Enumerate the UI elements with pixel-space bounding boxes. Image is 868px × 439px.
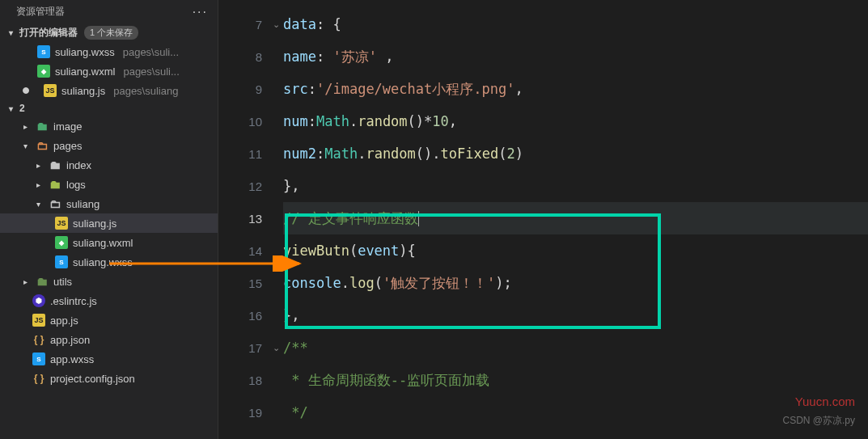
fold-icon[interactable]: ⌄ bbox=[273, 343, 280, 353]
line-number: 14 bbox=[248, 244, 262, 258]
code-line: /** bbox=[283, 331, 868, 364]
code-area[interactable]: data: { name: '苏凉' , src:'/image/wechat小… bbox=[283, 0, 868, 439]
tree-item-suliang-wxss[interactable]: S suliang.wxss bbox=[0, 252, 218, 272]
more-icon[interactable]: ··· bbox=[193, 7, 208, 17]
line-number: 18 bbox=[248, 374, 262, 387]
code-line: num:Math.random()*10, bbox=[283, 105, 868, 137]
file-label: app.json bbox=[50, 334, 90, 346]
code-line: // 定义事件响应函数 bbox=[283, 202, 868, 234]
wxml-icon: ◆ bbox=[37, 65, 50, 78]
folder-label: image bbox=[53, 120, 82, 133]
file-label: project.config.json bbox=[50, 373, 135, 385]
modified-dot-icon bbox=[23, 87, 29, 94]
file-path: pages\suliang bbox=[113, 85, 178, 97]
code-line: */ bbox=[283, 396, 868, 428]
tree-item-utils[interactable]: ▸ 🖿 utils bbox=[0, 272, 218, 291]
code-line: src:'/image/wechat小程序.png', bbox=[283, 73, 868, 105]
chevron-right-icon: ▸ bbox=[19, 277, 31, 286]
file-path: pages\suli... bbox=[123, 65, 179, 78]
wxss-icon: S bbox=[32, 352, 45, 365]
editor-item[interactable]: S suliang.wxss pages\suli... bbox=[0, 42, 218, 61]
js-icon: JS bbox=[32, 314, 45, 327]
chevron-down-icon: ▾ bbox=[19, 141, 31, 150]
code-line: }, bbox=[283, 299, 868, 331]
code-line: name: '苏凉' , bbox=[283, 40, 868, 73]
folder-icon: 🖿 bbox=[36, 120, 49, 133]
text-cursor bbox=[418, 211, 419, 226]
file-name: suliang.wxml bbox=[55, 65, 115, 78]
js-icon: JS bbox=[55, 217, 68, 230]
js-icon: JS bbox=[44, 84, 57, 97]
tree-item-project-config[interactable]: { } project.config.json bbox=[0, 369, 218, 388]
folder-label: pages bbox=[53, 140, 82, 152]
file-label: suliang.wxml bbox=[73, 237, 133, 249]
json-icon: { } bbox=[32, 372, 45, 385]
tree-item-eslintrc[interactable]: ⬢ .eslintrc.js bbox=[0, 291, 218, 310]
watermark: CSDN @苏凉.py bbox=[782, 414, 855, 428]
code-line: console.log('触发了按钮！！'); bbox=[283, 267, 868, 299]
eslint-icon: ⬢ bbox=[32, 294, 45, 307]
file-label: suliang.wxss bbox=[73, 256, 133, 268]
tree-item-app-wxss[interactable]: S app.wxss bbox=[0, 349, 218, 369]
chevron-right-icon: ▸ bbox=[19, 122, 31, 131]
editor-item[interactable]: JS suliang.js pages\suliang bbox=[0, 81, 218, 100]
code-line: viewButn(event){ bbox=[283, 234, 868, 267]
chevron-down-icon: ▾ bbox=[5, 28, 16, 37]
file-path: pages\suli... bbox=[123, 46, 179, 58]
tree-item-suliang-wxml[interactable]: ◆ suliang.wxml bbox=[0, 233, 218, 252]
folder-icon: 🖿 bbox=[49, 158, 61, 171]
file-label: .eslintrc.js bbox=[50, 295, 97, 307]
line-number: 8 bbox=[256, 50, 262, 64]
folder-label: utils bbox=[53, 276, 72, 288]
sidebar: 资源管理器 ··· ▾ 打开的编辑器 1 个未保存 S suliang.wxss… bbox=[0, 0, 218, 439]
folder-open-icon: 🗀 bbox=[49, 197, 61, 210]
line-number: 10 bbox=[248, 115, 262, 129]
code-line: num2:Math.random().toFixed(2) bbox=[283, 137, 868, 170]
watermark: Yuucn.com bbox=[795, 395, 855, 408]
tree-item-suliang[interactable]: ▾ 🗀 suliang bbox=[0, 194, 218, 213]
project-section[interactable]: ▾ 2 bbox=[0, 100, 218, 116]
file-label: app.wxss bbox=[50, 353, 94, 365]
line-gutter: 7⌄ 8 9 10 11 12 13 14 15 16 17⌄ 18 19 bbox=[218, 0, 283, 439]
code-line: * 生命周期函数--监听页面加载 bbox=[283, 364, 868, 396]
file-name: suliang.js bbox=[61, 85, 105, 97]
fold-icon[interactable]: ⌄ bbox=[273, 19, 280, 30]
tree-item-image[interactable]: ▸ 🖿 image bbox=[0, 116, 218, 136]
line-number: 13 bbox=[248, 212, 262, 226]
chevron-down-icon: ▾ bbox=[32, 200, 44, 209]
project-name: 2 bbox=[19, 103, 25, 114]
editor-item[interactable]: ◆ suliang.wxml pages\suli... bbox=[0, 61, 218, 81]
wxss-icon: S bbox=[37, 45, 50, 58]
chevron-right-icon: ▸ bbox=[32, 161, 44, 170]
folder-icon: 🖿 bbox=[49, 178, 61, 191]
line-number: 7 bbox=[256, 18, 262, 32]
tree-item-index[interactable]: ▸ 🖿 index bbox=[0, 155, 218, 175]
folder-icon: 🖿 bbox=[36, 275, 49, 288]
file-label: app.js bbox=[50, 314, 78, 327]
line-number: 17 bbox=[248, 341, 262, 355]
file-label: suliang.js bbox=[73, 217, 116, 230]
folder-label: suliang bbox=[66, 198, 100, 210]
line-number: 11 bbox=[248, 147, 262, 161]
file-name: suliang.wxss bbox=[55, 46, 115, 58]
code-editor[interactable]: 7⌄ 8 9 10 11 12 13 14 15 16 17⌄ 18 19 da… bbox=[218, 0, 868, 439]
tree-item-pages[interactable]: ▾ 🗀 pages bbox=[0, 136, 218, 155]
line-number: 12 bbox=[248, 179, 262, 193]
chevron-right-icon: ▸ bbox=[32, 180, 44, 189]
line-number: 19 bbox=[248, 406, 262, 420]
tree-item-logs[interactable]: ▸ 🖿 logs bbox=[0, 175, 218, 194]
explorer-title: 资源管理器 bbox=[16, 5, 65, 19]
chevron-down-icon: ▾ bbox=[5, 104, 16, 113]
wxml-icon: ◆ bbox=[55, 236, 68, 249]
open-editors-section[interactable]: ▾ 打开的编辑器 1 个未保存 bbox=[0, 23, 218, 42]
tree-item-app-js[interactable]: JS app.js bbox=[0, 310, 218, 330]
folder-label: logs bbox=[66, 179, 86, 191]
tree-item-app-json[interactable]: { } app.json bbox=[0, 330, 218, 349]
line-number: 15 bbox=[248, 276, 262, 290]
tree-item-suliang-js[interactable]: JS suliang.js bbox=[0, 213, 218, 233]
folder-open-icon: 🗀 bbox=[36, 139, 49, 152]
code-line: data: { bbox=[283, 8, 868, 40]
line-number: 9 bbox=[256, 82, 262, 96]
open-editors-label: 打开的编辑器 bbox=[19, 26, 78, 40]
wxss-icon: S bbox=[55, 255, 68, 268]
